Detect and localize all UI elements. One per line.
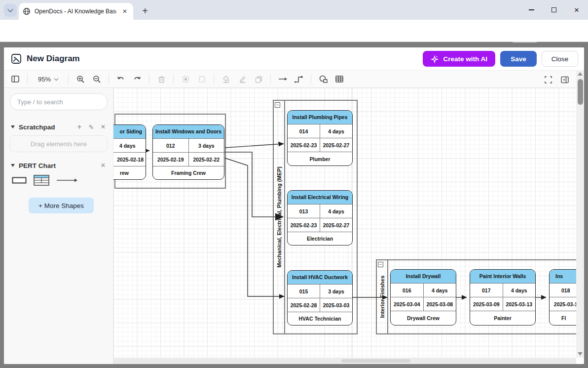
pert-node-start-date: 2025-02-28 (288, 298, 320, 312)
pert-node-title: or Siding (113, 125, 146, 139)
fullscreen-button[interactable] (542, 73, 554, 86)
vertical-scroll-thumb[interactable] (578, 79, 583, 105)
save-button[interactable]: Save (500, 51, 537, 67)
delete-button[interactable] (155, 73, 168, 85)
tab-search-chevron-button[interactable] (4, 4, 17, 17)
tab-title: OpenDocs - AI Knowledge Base (35, 8, 116, 15)
pert-node-drywall[interactable]: Install Drywall0164 days2025-03-042025-0… (390, 269, 456, 326)
pert-node-start-date: 2025-02-23 (288, 218, 320, 232)
collapse-right-panel-button[interactable] (558, 73, 571, 86)
pert-node-row-id-duration: 0153 days (288, 285, 352, 298)
chevron-down-icon (7, 6, 13, 12)
maximize-icon (551, 7, 556, 12)
vertical-scrollbar[interactable] (576, 70, 584, 358)
pert-node-plumbing[interactable]: Install Plumbing Pipes0144 days2025-02-2… (287, 110, 353, 166)
pert-node-row-id-duration: 0174 days (470, 284, 535, 297)
pert-node-windows[interactable]: Install Windows and Doors0123 days2025-0… (152, 124, 224, 180)
pert-node-hvac[interactable]: Install HVAC Ductwork0153 days2025-02-28… (287, 270, 353, 326)
browser-toolbar: ai-toolbox.visual-paradigm.com/app/opend… (0, 20, 588, 42)
zoom-out-button[interactable] (90, 73, 103, 85)
duplicate-button[interactable] (252, 73, 265, 85)
pert-node-title: Install HVAC Ductwork (288, 271, 352, 285)
section-collapse-icon[interactable] (11, 125, 15, 128)
more-shapes-button[interactable]: + More Shapes (29, 198, 94, 213)
window-close-button[interactable]: ✕ (565, 0, 588, 20)
scroll-up-arrow[interactable] (578, 72, 583, 76)
select-region-button[interactable] (195, 73, 208, 85)
pert-node-row-id-duration: 0134 days (288, 204, 352, 218)
pert-node-row-id-duration: 4 days (113, 139, 146, 153)
pert-node-shape[interactable] (34, 175, 49, 186)
pert-node-row-id-duration: 018 (550, 284, 576, 297)
zoom-level-select[interactable]: 95% (33, 76, 63, 83)
page-title: New Diagram (27, 54, 80, 64)
scratchpad-edit-icon[interactable]: ✎ (87, 123, 95, 131)
pert-node-start-date: 2025-03-09 (470, 297, 503, 311)
straight-connector-button[interactable] (276, 73, 289, 85)
pert-node-duration: 4 days (423, 284, 456, 297)
pert-node-id: 012 (153, 139, 188, 152)
pert-node-start-date: 2025-03-1 (550, 297, 576, 311)
zoom-level-value: 95% (38, 76, 51, 83)
pert-node-end-date: 2025-02-18 (113, 153, 146, 166)
section-collapse-icon[interactable] (11, 164, 15, 167)
pert-node-electrical[interactable]: Install Electrical Wiring0134 days2025-0… (287, 190, 353, 245)
ai-sparkle-icon (431, 55, 439, 63)
pert-node-start-date: 2025-02-19 (153, 153, 188, 166)
tab-close-icon[interactable]: ✕ (120, 7, 129, 16)
shape-search[interactable] (10, 93, 108, 110)
scroll-down-arrow[interactable] (578, 352, 583, 356)
pert-node-flooring[interactable]: Ins0182025-03-1Fl (549, 269, 576, 326)
undo-button[interactable] (114, 73, 127, 85)
redo-button[interactable] (131, 73, 144, 85)
opendocs-editor: New Diagram Create with AI Save Close 95… (4, 47, 584, 364)
scratchpad-dropzone[interactable]: Drag elements here (10, 135, 108, 152)
diagram-canvas[interactable]: − Mechanical, Electrical, Plumbing (MEP)… (113, 88, 576, 358)
browser-tab[interactable]: OpenDocs - AI Knowledge Base ✕ (19, 3, 133, 20)
window-minimize-button[interactable] (520, 0, 543, 20)
plus-icon: + (38, 202, 42, 209)
pert-shape-palette (12, 175, 78, 186)
pert-node-end-date: 2025-03-08 (423, 297, 456, 311)
select-outline-button[interactable] (179, 73, 192, 85)
scratchpad-close-icon[interactable]: × (99, 123, 107, 131)
pert-node-siding[interactable]: or Siding4 days2025-02-18rew (113, 124, 146, 180)
pert-node-resource: rew (113, 166, 146, 179)
pert-close-icon[interactable]: × (99, 161, 107, 170)
arrow-connector-shape[interactable] (56, 177, 78, 183)
elbow-connector-button[interactable] (293, 73, 305, 85)
window-controls: ✕ (520, 0, 588, 20)
pert-node-row-dates: 2025-03-042025-03-08 (391, 297, 456, 311)
search-input[interactable] (17, 98, 100, 106)
pert-node-paint[interactable]: Paint Interior Walls0174 days2025-03-092… (470, 269, 536, 326)
pert-node-row-dates: 2025-03-1 (550, 297, 576, 311)
pert-node-end-date: 2025-03-13 (503, 297, 536, 311)
new-tab-button[interactable]: + (139, 5, 151, 17)
collapse-icon[interactable]: − (275, 102, 280, 108)
scratchpad-add-icon[interactable]: + (75, 123, 83, 131)
collapse-icon[interactable]: − (378, 262, 383, 267)
fill-color-button[interactable] (220, 73, 232, 85)
close-button[interactable]: Close (542, 51, 578, 67)
pert-node-id: 018 (550, 284, 576, 297)
toggle-panel-button[interactable] (9, 73, 22, 85)
zoom-in-button[interactable] (74, 73, 87, 85)
horizontal-scroll-thumb[interactable] (341, 359, 410, 363)
pert-node-resource: Drywall Crew (391, 311, 456, 325)
line-color-button[interactable] (236, 73, 249, 85)
diagram-image-icon (11, 53, 22, 64)
window-maximize-button[interactable] (543, 0, 565, 20)
pert-node-row-id-duration: 0164 days (391, 284, 456, 297)
pert-node-end-date: 2025-03-03 (320, 298, 352, 312)
pert-node-title: Install Drywall (391, 270, 456, 284)
shape-tool-button[interactable] (317, 73, 330, 85)
create-with-ai-button[interactable]: Create with AI (423, 51, 495, 67)
rectangle-shape[interactable] (12, 176, 27, 184)
pert-node-duration: 3 days (320, 285, 352, 298)
pert-node-duration: 4 days (320, 124, 352, 138)
table-tool-button[interactable] (333, 73, 346, 85)
pert-node-start-date: 2025-02-23 (288, 138, 320, 152)
horizontal-scrollbar[interactable] (113, 358, 576, 364)
pert-node-row-id-duration: 0144 days (288, 124, 352, 138)
pert-node-row-dates: 2025-03-092025-03-13 (470, 297, 535, 311)
